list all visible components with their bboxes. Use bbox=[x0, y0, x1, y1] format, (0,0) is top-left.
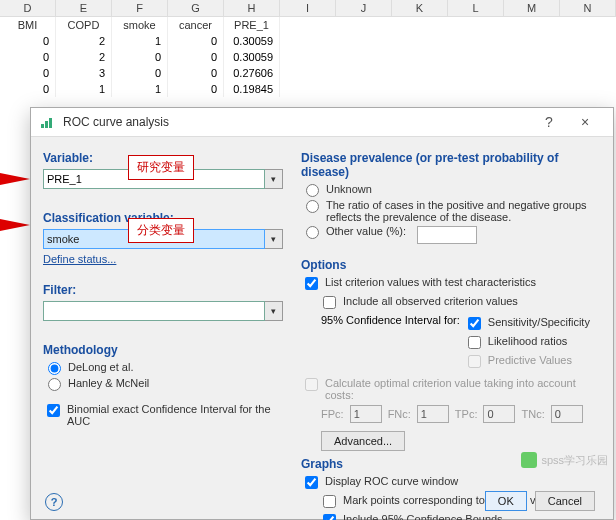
variable-drop-icon[interactable]: ▾ bbox=[265, 169, 283, 189]
tnc-input bbox=[551, 405, 583, 423]
titlebar: ROC curve analysis ? × bbox=[31, 108, 613, 137]
field-header: BMI bbox=[0, 17, 56, 33]
svg-rect-1 bbox=[45, 121, 48, 128]
col-header[interactable]: L bbox=[448, 0, 504, 17]
column-headers: DEFGHIJKLMN bbox=[0, 0, 616, 17]
col-header[interactable]: H bbox=[224, 0, 280, 17]
col-header[interactable]: N bbox=[560, 0, 616, 17]
check-calc-optimal: Calculate optimal criterion value taking… bbox=[301, 377, 601, 401]
dialog-title: ROC curve analysis bbox=[63, 115, 531, 129]
cell[interactable]: 0 bbox=[168, 65, 224, 81]
spreadsheet: DEFGHIJKLMN BMICOPDsmokecancerPRE_1 0210… bbox=[0, 0, 616, 97]
cell[interactable]: 1 bbox=[56, 81, 112, 97]
callout-classification: 分类变量 bbox=[128, 218, 194, 243]
app-icon bbox=[41, 116, 55, 128]
cell[interactable]: 0 bbox=[0, 81, 56, 97]
svg-rect-2 bbox=[49, 118, 52, 128]
cell[interactable]: 0 bbox=[0, 65, 56, 81]
header-row: BMICOPDsmokecancerPRE_1 bbox=[0, 17, 616, 33]
cell[interactable]: 0 bbox=[0, 33, 56, 49]
cell[interactable]: 0 bbox=[112, 49, 168, 65]
cell[interactable]: 0 bbox=[168, 49, 224, 65]
watermark: spss学习乐园 bbox=[521, 452, 608, 468]
col-header[interactable]: I bbox=[280, 0, 336, 17]
col-header[interactable]: M bbox=[504, 0, 560, 17]
advanced-button[interactable]: Advanced... bbox=[321, 431, 405, 451]
prevalence-label: Disease prevalence (or pre-test probabil… bbox=[301, 151, 601, 179]
cancel-button[interactable]: Cancel bbox=[535, 491, 595, 511]
ci-label: 95% Confidence Interval for: bbox=[321, 314, 460, 326]
table-row: 03000.27606 bbox=[0, 65, 616, 81]
table-row: 02000.30059 bbox=[0, 49, 616, 65]
cell[interactable]: 0.30059 bbox=[224, 33, 280, 49]
cell[interactable]: 1 bbox=[112, 81, 168, 97]
col-header[interactable]: K bbox=[392, 0, 448, 17]
filter-label: Filter: bbox=[43, 283, 283, 297]
svg-rect-0 bbox=[41, 124, 44, 128]
radio-ratio[interactable]: The ratio of cases in the positive and n… bbox=[301, 199, 601, 223]
radio-other[interactable]: Other value (%): bbox=[301, 225, 601, 244]
other-value-input[interactable] bbox=[417, 226, 477, 244]
options-label: Options bbox=[301, 258, 601, 272]
fnc-input bbox=[417, 405, 449, 423]
cell[interactable]: 0 bbox=[168, 33, 224, 49]
ok-button[interactable]: OK bbox=[485, 491, 527, 511]
field-header: cancer bbox=[168, 17, 224, 33]
arrow-classification bbox=[0, 219, 30, 231]
check-include-all[interactable]: Include all observed criterion values bbox=[319, 295, 601, 312]
check-display-roc[interactable]: Display ROC curve window bbox=[301, 475, 601, 492]
methodology-label: Methodology bbox=[43, 343, 283, 357]
cost-row: FPc: FNc: TPc: TNc: bbox=[321, 405, 601, 423]
field-header: smoke bbox=[112, 17, 168, 33]
arrow-variable bbox=[0, 173, 30, 185]
radio-hanley[interactable]: Hanley & McNeil bbox=[43, 377, 283, 391]
classification-drop-icon[interactable]: ▾ bbox=[265, 229, 283, 249]
check-binomial[interactable]: Binomial exact Confidence Interval for t… bbox=[43, 403, 283, 427]
watermark-icon bbox=[521, 452, 537, 468]
field-header: PRE_1 bbox=[224, 17, 280, 33]
field-header: COPD bbox=[56, 17, 112, 33]
cell[interactable]: 0 bbox=[168, 81, 224, 97]
cell[interactable]: 1 bbox=[112, 33, 168, 49]
check-likelihood[interactable]: Likelihood ratios bbox=[464, 335, 601, 352]
cell[interactable]: 2 bbox=[56, 49, 112, 65]
col-header[interactable]: G bbox=[168, 0, 224, 17]
table-row: 01100.19845 bbox=[0, 81, 616, 97]
check-include-95[interactable]: Include 95% Confidence Bounds bbox=[319, 513, 601, 520]
tpc-input bbox=[483, 405, 515, 423]
fpc-input bbox=[350, 405, 382, 423]
callout-variable: 研究变量 bbox=[128, 155, 194, 180]
cell[interactable]: 2 bbox=[56, 33, 112, 49]
cell[interactable]: 0.19845 bbox=[224, 81, 280, 97]
help-title-button[interactable]: ? bbox=[531, 114, 567, 130]
col-header[interactable]: F bbox=[112, 0, 168, 17]
radio-unknown[interactable]: Unknown bbox=[301, 183, 601, 197]
cell[interactable]: 0 bbox=[112, 65, 168, 81]
help-icon[interactable]: ? bbox=[45, 493, 63, 511]
col-header[interactable]: J bbox=[336, 0, 392, 17]
cell[interactable]: 0.30059 bbox=[224, 49, 280, 65]
table-row: 02100.30059 bbox=[0, 33, 616, 49]
check-predictive: Predictive Values bbox=[464, 354, 601, 371]
close-button[interactable]: × bbox=[567, 114, 603, 130]
filter-input[interactable] bbox=[43, 301, 265, 321]
filter-drop-icon[interactable]: ▾ bbox=[265, 301, 283, 321]
data-rows: 02100.3005902000.3005903000.2760601100.1… bbox=[0, 33, 616, 97]
col-header[interactable]: E bbox=[56, 0, 112, 17]
radio-delong[interactable]: DeLong et al. bbox=[43, 361, 283, 375]
cell[interactable]: 0.27606 bbox=[224, 65, 280, 81]
check-list-criterion[interactable]: List criterion values with test characte… bbox=[301, 276, 601, 293]
cell[interactable]: 3 bbox=[56, 65, 112, 81]
cell[interactable]: 0 bbox=[0, 49, 56, 65]
col-header[interactable]: D bbox=[0, 0, 56, 17]
define-status-link[interactable]: Define status... bbox=[43, 253, 116, 265]
check-sens-spec[interactable]: Sensitivity/Specificity bbox=[464, 316, 601, 333]
